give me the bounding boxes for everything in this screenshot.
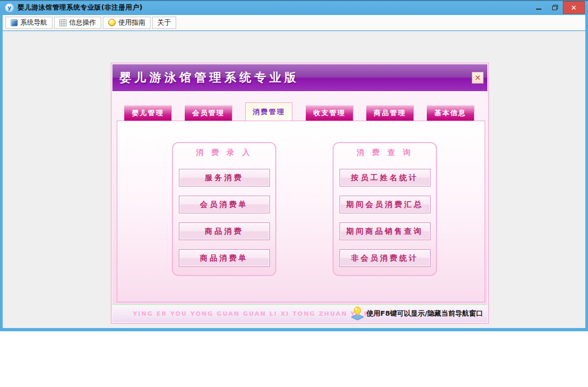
tab-product-management[interactable]: 商品管理 — [366, 105, 413, 121]
restore-button[interactable] — [547, 1, 563, 14]
f8-hint-text: 使用F8键可以显示/隐藏当前导航窗口 — [366, 309, 483, 318]
restore-icon — [552, 4, 559, 11]
dialog-footer: YING ER YOU YONG GUAN GUAN LI XI TONG ZH… — [112, 304, 487, 322]
tab-member-management[interactable]: 会员管理 — [185, 105, 232, 121]
product-consumption-button[interactable]: 商品消费 — [179, 222, 270, 240]
menu-item-label: 关于 — [157, 18, 171, 27]
desktop-background — [0, 331, 588, 387]
group-title: 消 费 查 询 — [357, 148, 413, 158]
product-consumption-slip-button[interactable]: 商品消费单 — [179, 249, 270, 267]
service-consumption-button[interactable]: 服务消费 — [179, 169, 270, 187]
menubar: 系统导航 信息操作 使用指南 关于 — [3, 15, 585, 31]
period-member-consumption-summary-button[interactable]: 期间会员消费汇总 — [340, 196, 431, 213]
titlebar: y 婴儿游泳馆管理系统专业版(非注册用户) ✕ — [0, 0, 588, 15]
dialog-close-button[interactable]: ✕ — [472, 72, 484, 84]
dialog-body: 婴儿管理 会员管理 消费管理 收支管理 商品管理 基本信息 消 费 录 入 服务… — [112, 91, 487, 322]
period-product-sales-query-button[interactable]: 期间商品销售查询 — [340, 222, 431, 240]
menu-item-user-guide[interactable]: 使用指南 — [103, 17, 150, 29]
app-window: y 婴儿游泳馆管理系统专业版(非注册用户) ✕ 系统导航 信息操作 — [0, 0, 588, 331]
tab-consumption-management[interactable]: 消费管理 — [245, 102, 292, 121]
stats-by-employee-name-button[interactable]: 按员工姓名统计 — [340, 169, 431, 187]
app-icon: y — [5, 3, 14, 12]
window-title: 婴儿游泳馆管理系统专业版(非注册用户) — [18, 3, 142, 12]
menu-item-info-operations[interactable]: 信息操作 — [54, 17, 101, 29]
navigation-dialog: 婴儿游泳馆管理系统专业版 ✕ 婴儿管理 会员管理 消费管理 收支管理 商品管理 … — [111, 63, 489, 324]
group-title: 消 费 录 入 — [196, 148, 253, 158]
menu-item-label: 信息操作 — [69, 18, 96, 27]
menu-item-about[interactable]: 关于 — [152, 17, 176, 29]
navigation-icon — [11, 19, 18, 26]
tab-basic-info[interactable]: 基本信息 — [427, 105, 474, 121]
group-consumption-query: 消 费 查 询 按员工姓名统计 期间会员消费汇总 期间商品销售查询 非会员消费统… — [333, 142, 437, 276]
tab-baby-management[interactable]: 婴儿管理 — [124, 105, 171, 121]
minimize-button[interactable] — [531, 1, 547, 14]
menu-item-label: 使用指南 — [118, 18, 145, 27]
non-member-consumption-stats-button[interactable]: 非会员消费统计 — [340, 249, 431, 267]
dialog-header: 婴儿游泳馆管理系统专业版 ✕ — [112, 64, 487, 91]
menu-item-label: 系统导航 — [20, 18, 47, 27]
grid-icon — [59, 19, 66, 26]
close-button[interactable]: ✕ — [563, 1, 585, 14]
guide-coin-icon — [108, 19, 116, 26]
tab-income-expense-management[interactable]: 收支管理 — [306, 105, 353, 121]
watermark-text: YING ER YOU YONG GUAN GUAN LI XI TONG ZH… — [133, 310, 381, 317]
minimize-icon — [536, 4, 542, 11]
window-controls: ✕ — [531, 0, 585, 15]
dialog-title: 婴儿游泳馆管理系统专业版 — [112, 70, 299, 86]
tabstrip: 婴儿管理 会员管理 消费管理 收支管理 商品管理 基本信息 — [112, 91, 487, 121]
member-consumption-slip-button[interactable]: 会员消费单 — [179, 196, 270, 213]
group-consumption-entry: 消 费 录 入 服务消费 会员消费单 商品消费 商品消费单 — [172, 142, 276, 276]
consumption-tab-panel: 消 费 录 入 服务消费 会员消费单 商品消费 商品消费单 消 费 查 询 按员… — [117, 121, 485, 302]
menu-item-system-navigation[interactable]: 系统导航 — [5, 17, 52, 29]
lightbulb-icon — [351, 307, 364, 321]
